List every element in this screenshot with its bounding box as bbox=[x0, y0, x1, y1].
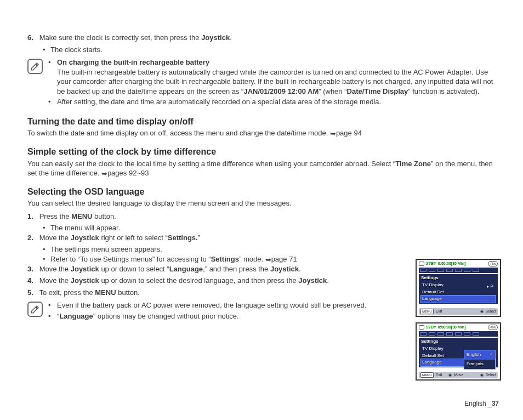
note1-bullet1: On charging the built-in rechargeable ba… bbox=[48, 58, 501, 96]
screen-status-bar: STBY 0:00:00[30 Min] -RW bbox=[417, 323, 500, 331]
exit-label: Exit bbox=[436, 372, 442, 377]
panel-header: Settings bbox=[421, 339, 496, 345]
camera-icon bbox=[419, 325, 424, 330]
stby-label: STBY bbox=[426, 325, 436, 330]
osd-step-1: 1. Press the MENU button. bbox=[27, 212, 422, 222]
select-label: Select bbox=[486, 372, 496, 377]
screen-tabbar bbox=[419, 331, 498, 337]
note-battery: On charging the built-in rechargeable ba… bbox=[27, 58, 501, 108]
screen-footer: MENU Exit ◉ Select bbox=[419, 308, 498, 315]
language-dropdown: English Français bbox=[464, 350, 496, 370]
heading-date-time-display: Turning the date and time display on/off bbox=[27, 116, 501, 128]
lang-option-francais: Français bbox=[464, 360, 495, 369]
secA-body: To switch the date and time display on o… bbox=[27, 128, 501, 138]
note2-bullet1: Even if the battery pack or AC power wer… bbox=[48, 300, 389, 310]
note2-bullet2: “Language” options may be changed withou… bbox=[48, 311, 389, 321]
screen-panel: Settings TV Display Default Set Language… bbox=[419, 274, 498, 304]
screen-language-options: STBY 0:00:00[30 Min] -RW Settings TV Dis… bbox=[416, 322, 501, 381]
pencil-icon bbox=[30, 61, 40, 71]
menu-tv-display: TV Display bbox=[421, 282, 496, 289]
step-6: 6. Make sure the clock is correctly set,… bbox=[27, 33, 501, 43]
note1-bullet2: After setting, the date and time are aut… bbox=[48, 97, 501, 107]
language-flag-icon: ▸ 🏳 bbox=[487, 284, 494, 290]
osd-steps: 1. Press the MENU button. The menu will … bbox=[27, 212, 422, 322]
heading-osd-language: Selecting the OSD language bbox=[27, 186, 501, 198]
secC-intro: You can select the desired language to d… bbox=[27, 198, 501, 208]
note2-body: Even if the battery pack or AC power wer… bbox=[48, 300, 389, 322]
note-icon bbox=[27, 59, 43, 74]
exit-label: Exit bbox=[436, 309, 442, 314]
step-6-number: 6. bbox=[27, 33, 37, 43]
select-label: Select bbox=[486, 309, 496, 314]
screen-tabbar bbox=[419, 268, 498, 273]
stby-label: STBY bbox=[426, 261, 436, 266]
timecode: 0:00:00[30 Min] bbox=[438, 261, 466, 266]
menu-default-set: Default Set bbox=[421, 289, 496, 296]
disc-rw-badge: -RW bbox=[488, 261, 498, 266]
note-body: On charging the built-in rechargeable ba… bbox=[48, 58, 501, 108]
osd-step-5: 5. To exit, press the MENU button. bbox=[27, 288, 422, 298]
ref-arrow-icon: ➥ bbox=[101, 169, 107, 179]
menu-key: MENU bbox=[420, 372, 434, 378]
note-language: Even if the battery pack or AC power wer… bbox=[27, 300, 389, 322]
step-6-sub: The clock starts. bbox=[50, 45, 501, 55]
joystick-icon: ◉ bbox=[480, 372, 484, 377]
screen-settings-language: STBY 0:00:00[30 Min] -RW Settings TV Dis… bbox=[416, 259, 501, 317]
screen-illustrations: STBY 0:00:00[30 Min] -RW Settings TV Dis… bbox=[416, 259, 501, 386]
menu-key: MENU bbox=[420, 309, 434, 314]
osd-step-4: 4. Move the Joystick up or down to selec… bbox=[27, 276, 422, 286]
heading-time-difference: Simple setting of the clock by time diff… bbox=[27, 146, 501, 158]
panel-header: Settings bbox=[421, 275, 496, 281]
note-icon bbox=[27, 302, 43, 317]
footer-language: English bbox=[464, 400, 488, 407]
osd-step-1-sub: The menu will appear. bbox=[50, 223, 422, 233]
pencil-icon bbox=[30, 304, 40, 314]
osd-step-3: 3. Move the Joystick up or down to selec… bbox=[27, 264, 422, 274]
step-6-text: Make sure the clock is correctly set, th… bbox=[39, 33, 232, 42]
lang-option-english: English bbox=[464, 350, 495, 360]
joystick-icon: ◉ bbox=[480, 309, 484, 314]
camera-icon bbox=[419, 262, 424, 266]
osd-step-2-sub1: The settings menu screen appears. bbox=[50, 245, 422, 254]
osd-step-2: 2. Move the Joystick right or left to se… bbox=[27, 233, 422, 243]
ref-arrow-icon: ➥ bbox=[330, 129, 336, 139]
ref-arrow-icon: ➥ bbox=[265, 255, 271, 265]
page: 6. Make sure the clock is correctly set,… bbox=[0, 0, 523, 420]
move-label: Move bbox=[454, 372, 463, 377]
screen-footer: MENU Exit ◉ Move ◉ Select bbox=[419, 372, 498, 378]
page-number: 37 bbox=[492, 400, 499, 407]
joystick-icon: ◉ bbox=[448, 372, 452, 377]
timecode: 0:00:00[30 Min] bbox=[438, 325, 466, 330]
screen-status-bar: STBY 0:00:00[30 Min] -RW bbox=[417, 260, 500, 268]
disc-rw-badge: -RW bbox=[488, 325, 498, 330]
menu-language-selected: Language bbox=[421, 296, 496, 303]
osd-step-2-sub2: Refer to “To use Settings menus” for acc… bbox=[50, 254, 422, 264]
secB-body: You can easily set the clock to the loca… bbox=[27, 159, 501, 178]
page-footer: English _37 bbox=[464, 399, 499, 408]
